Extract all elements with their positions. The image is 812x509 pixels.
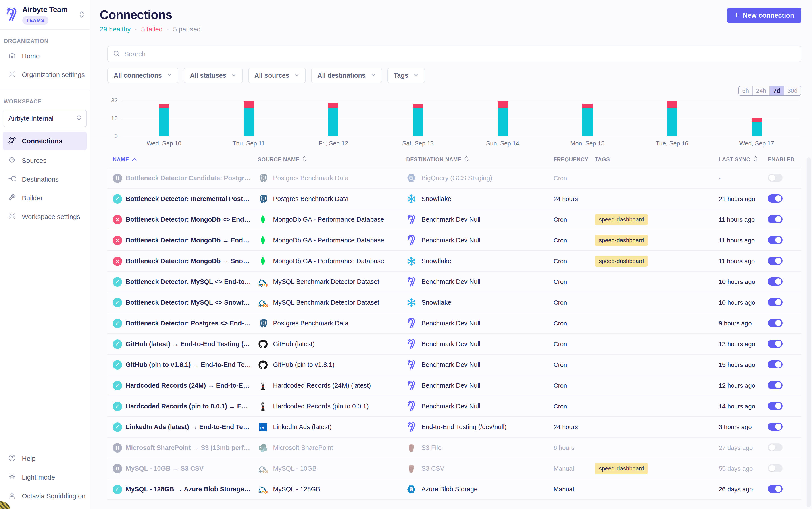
- time-range-6h[interactable]: 6h: [739, 86, 752, 96]
- controls: All connections All statuses All sources…: [107, 46, 801, 96]
- table-row[interactable]: ✓Bottleneck Detector: Incremental Postgr…: [107, 189, 801, 209]
- sort-icon: [302, 156, 307, 164]
- source-cell: MySQL.MySQL - 10GB: [258, 464, 406, 474]
- airbyte-icon: [406, 422, 417, 432]
- enabled-cell: [768, 174, 801, 183]
- table-row[interactable]: ✓MySQL - 128GB → Azure Blob Storage JSOn…: [107, 479, 801, 500]
- last-sync-value: 10 hours ago: [719, 278, 768, 285]
- table-row[interactable]: ✓LinkedIn Ads (latest) → End-to-End Test…: [107, 417, 801, 438]
- table-row[interactable]: ×Bottleneck Detector: MongoDb → End-to-E…: [107, 230, 801, 251]
- status-failed-icon: ×: [113, 215, 122, 225]
- enabled-toggle[interactable]: [768, 361, 783, 369]
- filter-all-connections[interactable]: All connections: [107, 68, 178, 83]
- chart-bar-group[interactable]: [630, 100, 714, 136]
- last-sync-value: 14 hours ago: [719, 403, 768, 410]
- sidebar-item-workspace-settings[interactable]: Workspace settings: [0, 207, 90, 226]
- sidebar-item-destinations[interactable]: Destinations: [0, 170, 90, 189]
- sidebar-item-user[interactable]: Octavia Squiddington: [0, 487, 90, 505]
- bar-failed: [159, 104, 169, 108]
- vertical-scrollbar[interactable]: [807, 158, 811, 507]
- workspace-section-label: WORKSPACE: [4, 98, 90, 105]
- chart-bar-group[interactable]: [460, 100, 545, 136]
- time-range-7d[interactable]: 7d: [769, 86, 784, 96]
- table-row[interactable]: ×Bottleneck Detector: MongoDb <> End-to-…: [107, 209, 801, 230]
- filter-all-statuses[interactable]: All statuses: [184, 68, 243, 83]
- table-row[interactable]: ✓Bottleneck Detector: Postgres <> End-to…: [107, 313, 801, 334]
- enabled-toggle[interactable]: [768, 277, 783, 285]
- table-row[interactable]: ×Bottleneck Detector: MongoDb → Snowflak…: [107, 251, 801, 272]
- enabled-toggle[interactable]: [768, 298, 783, 306]
- table-row[interactable]: ✓Hardcoded Records (24M) → End-to-End Te…: [107, 375, 801, 396]
- connection-name: Bottleneck Detector Candidate: Postgres …: [124, 174, 258, 182]
- chart-bar-group[interactable]: [545, 100, 630, 136]
- chart-bar-group[interactable]: [714, 100, 799, 136]
- filter-all-destinations[interactable]: All destinations: [311, 68, 382, 83]
- org-switcher[interactable]: Airbyte Team TEAMS: [0, 0, 90, 29]
- search-input[interactable]: [124, 50, 796, 58]
- table-row[interactable]: Bottleneck Detector Candidate: Postgres …: [107, 168, 801, 189]
- chart-bar-group[interactable]: [291, 100, 376, 136]
- column-header-name[interactable]: NAME: [113, 156, 258, 163]
- enabled-toggle[interactable]: [768, 195, 783, 203]
- destination-name: Benchmark Dev Null: [421, 216, 487, 223]
- sidebar-item-home[interactable]: Home: [0, 46, 90, 65]
- destination-name: Azure Blob Storage: [421, 485, 484, 493]
- tags-cell: speed-dashboard: [595, 463, 719, 474]
- sidebar-item-organization-settings[interactable]: Organization settings: [0, 65, 90, 84]
- table-row[interactable]: Microsoft SharePoint → S3 (13mb performa…: [107, 438, 801, 459]
- table-row[interactable]: ✓Bottleneck Detector: MySQL <> Snowflake…: [107, 293, 801, 313]
- chart-bar-group[interactable]: [122, 100, 206, 136]
- chart-bar-group[interactable]: [206, 100, 291, 136]
- destination-cell: S3 File: [406, 443, 554, 453]
- connection-name: MySQL - 128GB → Azure Blob Storage JSOn …: [124, 485, 258, 493]
- sidebar-item-light-mode[interactable]: Light mode: [0, 468, 90, 487]
- column-header-last-sync[interactable]: LAST SYNC: [719, 156, 768, 164]
- enabled-toggle[interactable]: [768, 381, 783, 389]
- filter-tags[interactable]: Tags: [387, 68, 425, 83]
- destination-name: Benchmark Dev Null: [421, 237, 487, 244]
- chart-bars: [122, 100, 799, 136]
- dot-separator: ·: [135, 26, 137, 33]
- table-row[interactable]: MySQL - 10GB → S3 CSVMySQL.MySQL - 10GBS…: [107, 459, 801, 479]
- status-healthy-icon: ✓: [113, 319, 122, 328]
- column-header-source-name[interactable]: SOURCE NAME: [258, 156, 406, 164]
- table-row[interactable]: ✓Hardcoded Records (pin to 0.0.1) → End-…: [107, 396, 801, 417]
- new-connection-button[interactable]: + New connection: [727, 8, 801, 23]
- table-row[interactable]: ✓Bottleneck Detector: MySQL <> End-to-En…: [107, 272, 801, 293]
- destination-cell: BigQuery (GCS Staging): [406, 173, 554, 183]
- enabled-toggle[interactable]: [768, 485, 783, 493]
- time-range-24h[interactable]: 24h: [752, 86, 769, 96]
- source-name: MySQL - 10GB: [273, 465, 323, 472]
- frequency-value: Cron: [554, 382, 595, 389]
- enabled-toggle[interactable]: [768, 174, 783, 182]
- sidebar-item-help[interactable]: Help: [0, 449, 90, 468]
- postgres-icon: [258, 194, 268, 204]
- time-range-30d[interactable]: 30d: [784, 86, 801, 96]
- enabled-toggle[interactable]: [768, 236, 783, 244]
- enabled-toggle[interactable]: [768, 402, 783, 410]
- enabled-toggle[interactable]: [768, 340, 783, 348]
- mysql-icon: MySQL.: [258, 464, 268, 474]
- enabled-toggle[interactable]: [768, 215, 783, 223]
- source-name: Postgres Benchmark Data: [273, 174, 355, 182]
- workspace-selector[interactable]: Airbyte Internal: [3, 110, 87, 127]
- frequency-value: Cron: [554, 361, 595, 369]
- table-row[interactable]: ✓GitHub (latest) → End-to-End Testing (/…: [107, 334, 801, 354]
- destination-cell: S3 CSV: [406, 464, 554, 474]
- column-header-destination-name[interactable]: DESTINATION NAME: [406, 156, 554, 164]
- enabled-toggle[interactable]: [768, 257, 783, 265]
- sidebar-item-builder[interactable]: Builder: [0, 189, 90, 207]
- page-title: Connections: [100, 8, 201, 22]
- status-failed-icon: ×: [113, 236, 122, 245]
- enabled-toggle[interactable]: [768, 319, 783, 327]
- sidebar-item-connections[interactable]: Connections: [3, 132, 87, 150]
- column-label: FREQUENCY: [554, 156, 588, 163]
- chart-bar-group[interactable]: [376, 100, 460, 136]
- enabled-toggle[interactable]: [768, 423, 783, 431]
- filter-all-sources[interactable]: All sources: [248, 68, 306, 83]
- sidebar-item-sources[interactable]: Sources: [0, 151, 90, 170]
- enabled-toggle[interactable]: [768, 443, 783, 451]
- destination-name: S3 File: [421, 444, 448, 451]
- table-row[interactable]: ✓GitHub (pin to v1.8.1) → End-to-End Tes…: [107, 354, 801, 375]
- enabled-toggle[interactable]: [768, 464, 783, 472]
